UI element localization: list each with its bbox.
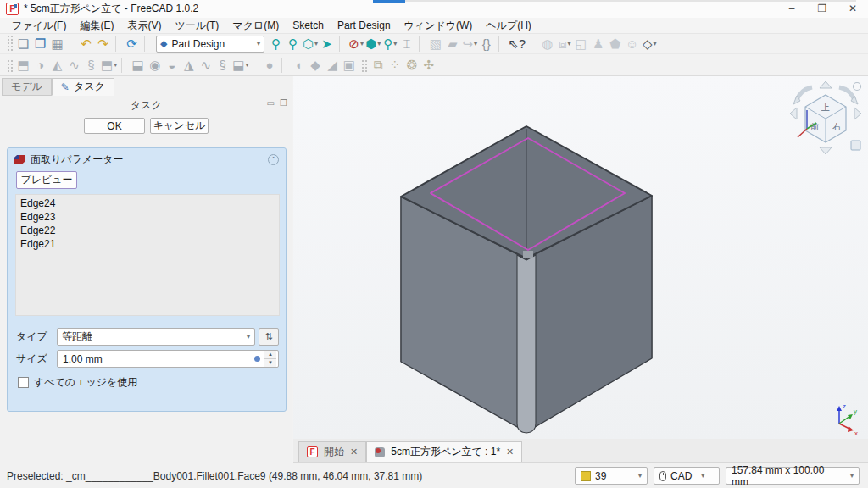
- 3d-viewport[interactable]: 上 前 右 z y x: [293, 76, 868, 439]
- menu-item[interactable]: Part Design: [331, 18, 398, 33]
- float-icon[interactable]: ❐: [280, 98, 287, 108]
- flip-direction-button[interactable]: ⇅: [259, 328, 279, 346]
- menu-item[interactable]: ウィンドウ(W): [398, 17, 480, 35]
- zoom-level-select[interactable]: 39 ▾: [575, 467, 648, 485]
- redo-icon[interactable]: ↷: [95, 35, 112, 53]
- measure-icon[interactable]: ⌶: [398, 35, 415, 53]
- size-input[interactable]: 1.00 mm ▲ ▼: [57, 350, 279, 368]
- edge-list[interactable]: Edge24 Edge23 Edge22 Edge21: [15, 194, 280, 316]
- tab-start-page[interactable]: F 開始 ✕: [298, 441, 366, 462]
- toolbar-separator[interactable]: [121, 58, 127, 73]
- menu-item[interactable]: Sketch: [286, 18, 331, 33]
- tab-model[interactable]: モデル: [2, 78, 52, 96]
- mirrored-icon[interactable]: ⧉: [370, 56, 387, 75]
- new-document-icon[interactable]: ❏: [15, 35, 32, 53]
- toolbar-handle[interactable]: [360, 58, 367, 73]
- ok-button[interactable]: OK: [84, 118, 145, 134]
- toolbar-handle[interactable]: [6, 36, 13, 52]
- close-icon[interactable]: ✕: [506, 446, 514, 458]
- close-button[interactable]: ✕: [837, 0, 868, 18]
- list-item[interactable]: Edge21: [20, 237, 279, 251]
- toolbar-separator[interactable]: [70, 36, 75, 52]
- additive-pipe-icon[interactable]: ∿: [66, 56, 83, 75]
- subtractive-loft-icon[interactable]: ◮: [181, 56, 198, 75]
- list-item[interactable]: Edge23: [20, 210, 279, 224]
- dimension-select[interactable]: 157.84 mm x 100.00 mm ▾: [726, 467, 860, 485]
- menu-item[interactable]: 編集(E): [73, 17, 120, 35]
- preview-button[interactable]: プレビュー: [16, 171, 77, 189]
- spin-down-icon[interactable]: ▼: [264, 359, 276, 367]
- dock-icon[interactable]: ▭: [267, 98, 275, 108]
- list-item[interactable]: Edge24: [20, 197, 279, 210]
- navigation-style-select[interactable]: CAD ▾: [654, 467, 720, 485]
- menu-item[interactable]: ファイル(F): [5, 17, 73, 35]
- tab-document[interactable]: 5cm正方形ペン立て : 1* ✕: [366, 441, 522, 462]
- toolbar-separator[interactable]: [419, 36, 425, 52]
- collapse-button[interactable]: ⌃: [268, 154, 279, 165]
- boolean-icon[interactable]: ●: [261, 56, 278, 75]
- additive-loft-icon[interactable]: ◭: [49, 56, 66, 75]
- face-icon[interactable]: ☺: [624, 35, 641, 53]
- open-icon[interactable]: ❐: [32, 35, 49, 53]
- toolbar-separator[interactable]: [253, 58, 259, 73]
- whats-this-icon[interactable]: ⇖?: [507, 35, 527, 53]
- menu-item[interactable]: マクロ(M): [225, 17, 286, 35]
- additive-primitive-icon[interactable]: ⬒▾: [100, 56, 118, 75]
- save-icon[interactable]: ▦: [49, 35, 66, 53]
- workbench-selector[interactable]: ◆ Part Design ▾: [156, 36, 264, 53]
- sketch-icon[interactable]: ◇▾: [641, 35, 658, 53]
- expression-icon[interactable]: {}: [478, 35, 495, 53]
- draw-style-icon[interactable]: ⬡▾: [302, 35, 319, 53]
- toolbar-separator[interactable]: [281, 58, 287, 73]
- fillet-icon[interactable]: ◖: [290, 56, 307, 75]
- zoom-tool-icon[interactable]: ⚲▾: [381, 35, 398, 53]
- person-icon[interactable]: ♟: [590, 35, 607, 53]
- use-all-edges-checkbox[interactable]: [18, 377, 29, 388]
- toolbar-separator[interactable]: [144, 36, 150, 52]
- select-view-icon[interactable]: ➤: [319, 35, 336, 53]
- pocket-icon[interactable]: ⬓: [130, 56, 147, 75]
- toolbar-separator[interactable]: [498, 36, 504, 52]
- groove-icon[interactable]: ◒: [164, 56, 181, 75]
- menu-item[interactable]: ヘルプ(H): [479, 17, 538, 35]
- multitransform-icon[interactable]: ✣: [420, 56, 437, 75]
- toolbar-separator[interactable]: [531, 36, 537, 52]
- toolbar-handle[interactable]: [6, 58, 13, 73]
- cancel-button[interactable]: キャンセル: [150, 118, 209, 134]
- fit-all-icon[interactable]: ⚲: [268, 35, 285, 53]
- clipping-icon[interactable]: ⊘▾: [348, 35, 364, 53]
- revolution-icon[interactable]: ◑: [32, 56, 49, 75]
- menu-item[interactable]: ツール(T): [168, 17, 225, 35]
- pad-icon[interactable]: ⬒: [15, 56, 32, 75]
- subtractive-helix-icon[interactable]: §: [214, 56, 231, 75]
- body-icon[interactable]: ◍: [539, 35, 556, 53]
- quantity-stepper[interactable]: ▲ ▼: [264, 351, 276, 367]
- linear-pattern-icon[interactable]: ⁘: [387, 56, 403, 75]
- expression-bind-icon[interactable]: [254, 356, 260, 362]
- menu-item[interactable]: 表示(V): [120, 17, 168, 35]
- additive-helix-icon[interactable]: §: [83, 56, 100, 75]
- polar-pattern-icon[interactable]: ❂: [403, 56, 420, 75]
- type-select[interactable]: 等距離 ▾: [57, 328, 255, 346]
- view-cube-icon[interactable]: ⬢▾: [364, 35, 381, 53]
- thickness-icon[interactable]: ▣: [341, 56, 358, 75]
- hole-icon[interactable]: ◉: [147, 56, 164, 75]
- toolbar-separator[interactable]: [115, 36, 121, 52]
- tab-task[interactable]: ✎ タスク: [52, 78, 114, 96]
- fit-selection-icon[interactable]: ⚲: [285, 35, 302, 53]
- toolbar-separator[interactable]: [339, 36, 345, 52]
- subtractive-pipe-icon[interactable]: ∿: [198, 56, 214, 75]
- close-icon[interactable]: ✕: [350, 446, 358, 458]
- undo-icon[interactable]: ↶: [78, 35, 95, 53]
- list-item[interactable]: Edge22: [20, 224, 279, 237]
- image-icon[interactable]: ⧈▾: [556, 35, 573, 53]
- link-icon[interactable]: ↪▾: [461, 35, 478, 53]
- refresh-icon[interactable]: ⟳: [124, 35, 141, 53]
- group-icon[interactable]: ▰: [444, 35, 461, 53]
- spin-up-icon[interactable]: ▲: [264, 351, 276, 359]
- chamfer-icon[interactable]: ◆: [307, 56, 324, 75]
- minimize-button[interactable]: –: [776, 0, 807, 18]
- draft-icon[interactable]: ◢: [324, 56, 341, 75]
- shape-icon[interactable]: ⬟: [607, 35, 624, 53]
- part-icon[interactable]: ▧: [427, 35, 444, 53]
